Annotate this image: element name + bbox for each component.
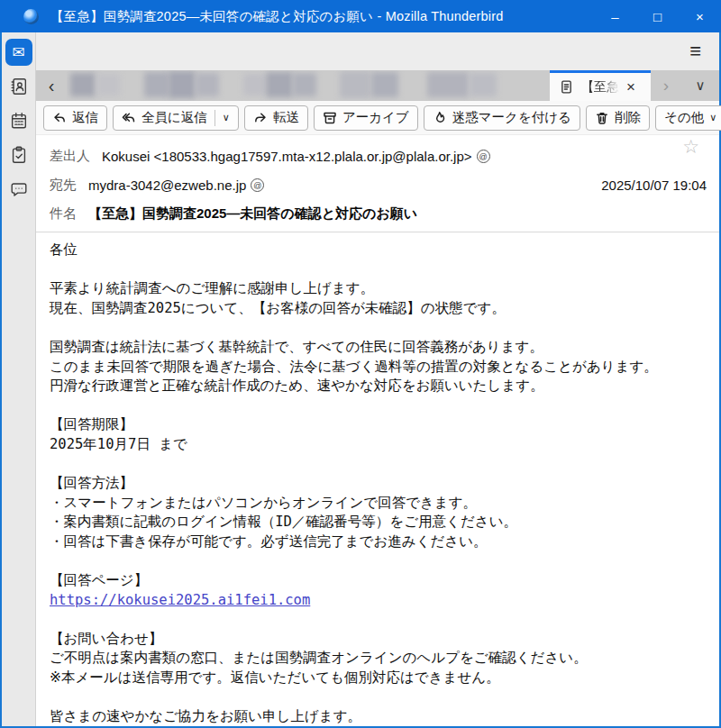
- from-row: 差出人 Kokusei <180533.hgag17597.mta-x12.pl…: [50, 148, 708, 165]
- redacted-tab: [70, 73, 96, 96]
- chat-icon: [9, 179, 29, 199]
- redacted-tab: [266, 72, 293, 97]
- star-button[interactable]: ☆: [682, 137, 699, 156]
- close-icon: ×: [696, 9, 704, 24]
- titlebar: 【至急】国勢調査2025—未回答の確認と対応のお願い - Mozilla Thu…: [0, 0, 721, 32]
- body-text-before: 各位 平素より統計調査へのご理解に感謝申し上げます。 現在、国勢調査2025につ…: [50, 241, 658, 588]
- delete-button[interactable]: 削除: [586, 105, 650, 131]
- from-label: 差出人: [50, 148, 90, 165]
- forward-button[interactable]: 転送: [244, 105, 308, 131]
- chevron-down-icon: ∨: [709, 112, 716, 123]
- close-button[interactable]: ×: [679, 0, 721, 32]
- subject-row: 件名 【至急】国勢調査2025—未回答の確認と対応のお願い: [50, 205, 708, 223]
- forward-icon: [253, 111, 268, 125]
- window-title: 【至急】国勢調査2025—未回答の確認と対応のお願い - Mozilla Thu…: [50, 8, 504, 25]
- button-label: 迷惑マークを付ける: [452, 109, 571, 126]
- active-message-tab[interactable]: 【至急 ×: [550, 70, 651, 101]
- message-date: 2025/10/07 19:04: [601, 177, 708, 193]
- redacted-tab: [169, 71, 196, 98]
- redacted-tab: [371, 72, 398, 97]
- redacted-tab: [144, 72, 169, 97]
- button-label: 削除: [615, 109, 641, 126]
- redacted-tabs: [67, 70, 550, 101]
- button-divider: [214, 110, 215, 126]
- hamburger-icon: ≡: [689, 40, 701, 62]
- sidebar-item-tasks[interactable]: [5, 141, 32, 168]
- sidebar-item-calendar[interactable]: [5, 107, 32, 134]
- phishing-link[interactable]: https://kokusei2025.ai1fei1.com: [50, 592, 310, 608]
- reply-all-icon: [122, 111, 136, 125]
- maximize-icon: □: [653, 9, 662, 24]
- sidebar-item-chat[interactable]: [5, 176, 32, 203]
- minimize-icon: –: [611, 9, 618, 24]
- reply-icon: [52, 111, 67, 125]
- from-address[interactable]: Kokusei <180533.hgag17597.mta-x12.plala.…: [102, 149, 472, 164]
- button-label: その他: [664, 109, 704, 126]
- archive-icon: [323, 111, 337, 125]
- archive-button[interactable]: アーカイブ: [314, 105, 418, 131]
- window-controls: – □ ×: [594, 0, 721, 32]
- tab-scroll-back-button[interactable]: ‹: [36, 70, 67, 101]
- sidebar-item-mail[interactable]: ✉: [5, 39, 32, 66]
- chevron-right-icon: ›: [663, 76, 669, 96]
- tab-close-icon: ×: [626, 78, 635, 96]
- message-text: 各位 平素より統計調査へのご理解に感謝申し上げます。 現在、国勢調査2025につ…: [50, 241, 712, 726]
- subject-label: 件名: [50, 205, 77, 223]
- reply-button[interactable]: 返信: [43, 105, 107, 131]
- contact-icon[interactable]: @: [251, 178, 264, 192]
- minimize-button[interactable]: –: [594, 0, 636, 32]
- message-header-pane: ☆ 差出人 Kokusei <180533.hgag17597.mta-x12.…: [36, 135, 719, 232]
- tab-bar: ‹: [36, 70, 719, 101]
- redacted-tab: [340, 71, 370, 98]
- tab-list-button[interactable]: ∨: [681, 70, 719, 101]
- chevron-left-icon: ‹: [49, 76, 55, 96]
- thunderbird-window: 【至急】国勢調査2025—未回答の確認と対応のお願い - Mozilla Thu…: [0, 0, 721, 728]
- to-address[interactable]: mydra-3042@ezweb.ne.jp: [88, 177, 246, 193]
- mail-icon: ✉: [12, 45, 24, 60]
- button-label: アーカイブ: [342, 109, 409, 126]
- reply-all-button[interactable]: 全員に返信 ∨: [113, 105, 239, 131]
- redacted-tab: [196, 73, 219, 96]
- redacted-tab: [293, 73, 316, 96]
- mark-junk-button[interactable]: 迷惑マークを付ける: [424, 105, 580, 131]
- sidebar-item-address-book[interactable]: [5, 73, 32, 100]
- to-row: 宛先 mydra-3042@ezweb.ne.jp @ 2025/10/07 1…: [50, 177, 708, 194]
- message-toolbar: 返信 全員に返信 ∨ 転送 アーカイブ 迷惑マ: [36, 101, 719, 135]
- message-subject: 【至急】国勢調査2025—未回答の確認と対応のお願い: [88, 205, 417, 223]
- maximize-button[interactable]: □: [636, 0, 679, 32]
- button-label: 返信: [72, 109, 98, 126]
- app-toolbar: ≡: [36, 32, 719, 70]
- message-tab-icon: [559, 79, 574, 95]
- message-body: 各位 平素より統計調査へのご理解に感謝申し上げます。 現在、国勢調査2025につ…: [36, 232, 719, 726]
- address-book-icon: [9, 77, 29, 96]
- tab-close-button[interactable]: ×: [626, 79, 635, 95]
- button-label: 転送: [273, 109, 299, 126]
- tab-label: 【至急: [581, 79, 619, 96]
- body-text-after: 【お問い合わせ】 ご不明点は案内書類の窓口、または国勢調査オンラインのヘルプをご…: [50, 631, 588, 724]
- junk-flame-icon: [433, 111, 447, 125]
- redacted-tab: [243, 74, 265, 96]
- button-label: 全員に返信: [141, 109, 207, 126]
- redacted-tab: [470, 73, 497, 96]
- contact-icon[interactable]: @: [477, 150, 490, 163]
- app-menu-button[interactable]: ≡: [689, 41, 701, 61]
- more-button[interactable]: その他 ∨: [655, 105, 721, 131]
- chevron-down-icon: ∨: [696, 77, 706, 94]
- thunderbird-logo-icon: [23, 9, 39, 24]
- tab-scroll-forward-button[interactable]: ›: [651, 70, 681, 101]
- spaces-sidebar: ✉: [2, 32, 36, 726]
- star-icon: ☆: [682, 136, 699, 157]
- redacted-tab: [427, 72, 469, 97]
- chevron-down-icon: ∨: [223, 112, 230, 123]
- to-label: 宛先: [50, 177, 77, 194]
- calendar-icon: [9, 111, 29, 131]
- redacted-tab: [96, 74, 120, 96]
- trash-icon: [595, 111, 609, 125]
- tasks-icon: [9, 145, 29, 165]
